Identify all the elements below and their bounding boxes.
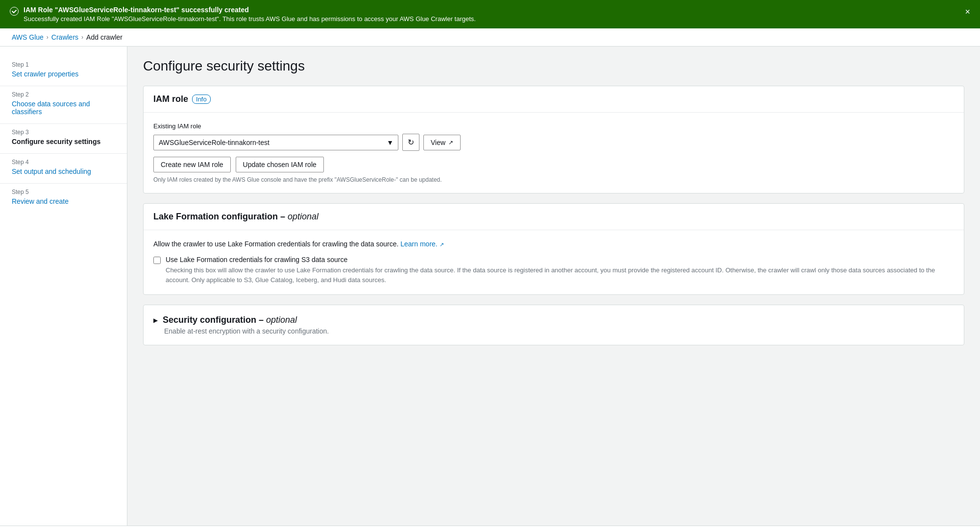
breadcrumb: AWS Glue › Crawlers › Add crawler — [0, 28, 980, 47]
sidebar-step-3: Step 3 Configure security settings — [0, 124, 127, 154]
security-config-card: ▶ Security configuration – optional Enab… — [143, 305, 964, 345]
breadcrumb-sep-2: › — [81, 34, 83, 41]
refresh-icon: ↻ — [408, 138, 414, 147]
security-config-expand-header[interactable]: ▶ Security configuration – optional — [153, 315, 954, 325]
expand-arrow-icon: ▶ — [153, 317, 158, 324]
iam-role-card: IAM role Info Existing IAM role AWSGlueS… — [143, 86, 964, 193]
learn-more-link[interactable]: Learn more. ↗ — [400, 240, 443, 248]
success-icon — [10, 7, 19, 17]
content-area: Configure security settings IAM role Inf… — [127, 47, 980, 526]
lake-formation-card-body: Allow the crawler to use Lake Formation … — [144, 230, 964, 294]
learn-more-external-icon: ↗ — [440, 241, 444, 247]
lake-formation-checkbox[interactable] — [153, 257, 161, 264]
sidebar-item-set-output[interactable]: Set output and scheduling — [12, 168, 91, 175]
iam-role-select-wrapper: AWSGlueServiceRole-tinnakorn-test ▼ — [153, 135, 398, 150]
breadcrumb-sep-1: › — [47, 34, 49, 41]
iam-role-hint: Only IAM roles created by the AWS Glue c… — [153, 176, 954, 183]
sidebar-step-1: Step 1 Set crawler properties — [0, 56, 127, 86]
sidebar-item-review-create[interactable]: Review and create — [12, 197, 69, 205]
page-title: Configure security settings — [143, 58, 964, 74]
update-iam-role-button[interactable]: Update chosen IAM role — [236, 157, 324, 172]
lake-formation-checkbox-row: Use Lake Formation credentials for crawl… — [153, 256, 954, 285]
iam-role-card-header: IAM role Info — [144, 86, 964, 113]
create-iam-role-button[interactable]: Create new IAM role — [153, 157, 231, 172]
sidebar-item-choose-data-sources[interactable]: Choose data sources and classifiers — [12, 100, 90, 116]
view-button[interactable]: View ↗ — [423, 135, 461, 150]
iam-role-title: IAM role — [153, 94, 188, 104]
lake-formation-card: Lake Formation configuration – optional … — [143, 203, 964, 295]
sidebar-step-2: Step 2 Choose data sources and classifie… — [0, 86, 127, 124]
view-label: View — [431, 139, 445, 146]
step-5-label: Step 5 — [12, 189, 115, 195]
success-banner: IAM Role "AWSGlueServiceRole-tinnakorn-t… — [0, 0, 980, 28]
iam-role-select[interactable]: AWSGlueServiceRole-tinnakorn-test — [153, 135, 398, 150]
existing-iam-role-label: Existing IAM role — [153, 122, 954, 130]
action-buttons: Create new IAM role Update chosen IAM ro… — [153, 157, 954, 172]
lake-formation-checkbox-label: Use Lake Formation credentials for crawl… — [166, 256, 954, 264]
sidebar-step-4: Step 4 Set output and scheduling — [0, 154, 127, 184]
iam-role-card-body: Existing IAM role AWSGlueServiceRole-tin… — [144, 113, 964, 193]
refresh-button[interactable]: ↻ — [402, 134, 419, 151]
sidebar-item-set-crawler-properties[interactable]: Set crawler properties — [12, 70, 78, 78]
lake-formation-title: Lake Formation configuration – optional — [153, 212, 318, 222]
security-config-description: Enable at-rest encryption with a securit… — [153, 327, 954, 335]
close-banner-button[interactable]: × — [965, 7, 970, 17]
security-config-card-body: ▶ Security configuration – optional Enab… — [144, 305, 964, 345]
sidebar-item-configure-security: Configure security settings — [12, 138, 100, 145]
footer-bar: Cancel Previous Next — [0, 526, 980, 528]
step-1-label: Step 1 — [12, 61, 115, 68]
iam-role-info-badge[interactable]: Info — [192, 95, 211, 104]
breadcrumb-current: Add crawler — [86, 33, 122, 41]
svg-point-0 — [10, 7, 19, 16]
step-4-label: Step 4 — [12, 159, 115, 166]
lake-formation-checkbox-desc: Checking this box will allow the crawler… — [166, 265, 954, 285]
breadcrumb-aws-glue[interactable]: AWS Glue — [12, 33, 44, 41]
sidebar-step-5: Step 5 Review and create — [0, 184, 127, 213]
sidebar: Step 1 Set crawler properties Step 2 Cho… — [0, 47, 127, 526]
success-text: IAM Role "AWSGlueServiceRole-tinnakorn-t… — [24, 6, 476, 23]
step-3-label: Step 3 — [12, 129, 115, 136]
breadcrumb-crawlers[interactable]: Crawlers — [51, 33, 78, 41]
security-config-title: Security configuration – optional — [163, 315, 297, 325]
lake-formation-description: Allow the crawler to use Lake Formation … — [153, 240, 954, 248]
external-link-icon: ↗ — [448, 139, 453, 146]
step-2-label: Step 2 — [12, 91, 115, 98]
iam-role-select-row: AWSGlueServiceRole-tinnakorn-test ▼ ↻ Vi… — [153, 134, 954, 151]
lake-formation-card-header: Lake Formation configuration – optional — [144, 204, 964, 230]
